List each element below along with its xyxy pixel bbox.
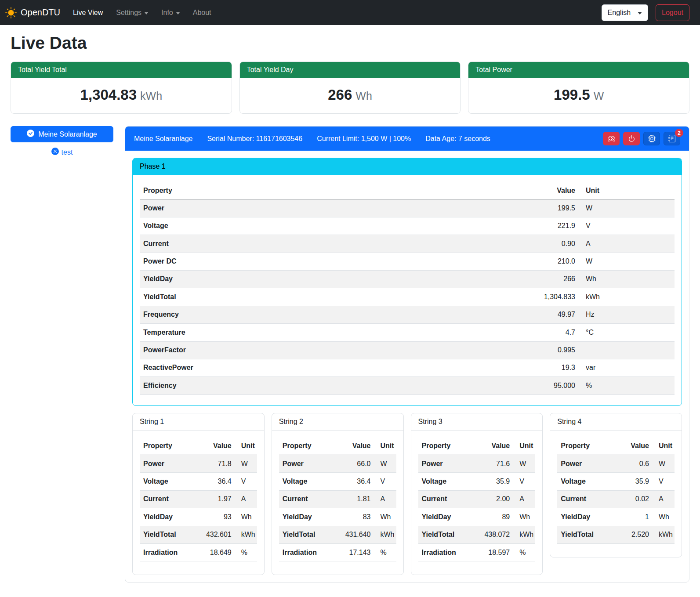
column-header-unit: Unit (579, 182, 675, 199)
limit-settings-button[interactable] (603, 132, 620, 145)
total-yield-day-unit: Wh (355, 90, 372, 102)
row-value: 0.995 (517, 342, 579, 359)
nav-item-live-view[interactable]: Live View (66, 5, 109, 20)
row-property: Current (279, 491, 341, 508)
row-value: 35.9 (480, 473, 513, 490)
x-circle-icon (51, 148, 59, 157)
row-unit: V (579, 217, 675, 235)
table-row: Power 0.6 W (557, 455, 675, 473)
table-row: ReactivePower 19.3 var (140, 359, 675, 377)
journal-icon (668, 135, 676, 142)
row-value: 1,304.833 (517, 288, 579, 305)
row-property: Power DC (140, 253, 517, 270)
table-header-row: Property Value Unit (557, 438, 675, 455)
table-row: YieldTotal 431.640 kWh (279, 526, 396, 544)
table-row: Voltage 36.4 V (279, 473, 396, 490)
card-title: Total Power (468, 62, 689, 78)
string-3-card: String 3 Property Value Unit (411, 413, 543, 575)
row-property: YieldDay (557, 508, 619, 525)
page-title: Live Data (11, 33, 689, 53)
sidebar-item-meine-solaranlage[interactable]: Meine Solaranlage (11, 126, 113, 142)
row-value: 266 (517, 271, 579, 288)
row-value: 438.072 (480, 526, 513, 543)
event-log-button[interactable]: 2 (664, 132, 680, 145)
inverter-name: Meine Solaranlage (134, 135, 192, 143)
row-property: Temperature (140, 324, 517, 341)
row-value: 36.4 (202, 473, 235, 490)
row-property: Irradiation (279, 544, 341, 561)
table-row: Current 1.81 A (279, 491, 396, 508)
total-yield-day-value: 266 (328, 87, 352, 103)
nav-item-settings[interactable]: Settings (109, 5, 155, 20)
nav-label: Live View (73, 9, 103, 17)
row-unit: W (653, 455, 675, 472)
table-row: Current 0.90 A (140, 235, 675, 253)
string-1-title: String 1 (133, 413, 264, 431)
column-header-value: Value (480, 438, 513, 455)
row-property: Power (557, 455, 619, 472)
logout-button[interactable]: Logout (656, 4, 689, 21)
row-value: 71.8 (202, 455, 235, 472)
row-unit: Wh (374, 508, 396, 525)
inverter-card: Meine Solaranlage Serial Number: 1161716… (125, 126, 689, 583)
brand-name: OpenDTU (21, 7, 60, 18)
row-value: 2.00 (480, 491, 513, 508)
row-unit: A (579, 235, 675, 252)
row-unit: Hz (579, 306, 675, 323)
table-row: YieldDay 89 Wh (418, 508, 536, 526)
chevron-down-icon (638, 12, 642, 14)
table-row: Current 0.02 A (557, 491, 675, 508)
row-unit: V (653, 473, 675, 490)
row-unit: kWh (653, 526, 675, 543)
row-property: YieldTotal (557, 526, 619, 543)
table-row: YieldDay 93 Wh (140, 508, 257, 526)
table-row: Temperature 4.7 °C (140, 324, 675, 341)
table-row: Irradiation 18.649 % (140, 544, 257, 561)
sidebar-item-label: test (62, 148, 73, 156)
row-unit: Wh (235, 508, 257, 525)
table-row: YieldTotal 2.520 kWh (557, 526, 675, 544)
row-value: 199.5 (517, 199, 579, 217)
row-property: YieldTotal (279, 526, 341, 543)
row-value: 0.90 (517, 235, 579, 252)
string-2-body: Property Value Unit Power 66. (272, 431, 403, 575)
row-value: 19.3 (517, 359, 579, 376)
top-navbar: OpenDTU Live View Settings Info About En… (0, 0, 700, 25)
column-header-property: Property (418, 438, 480, 455)
nav-item-about[interactable]: About (186, 5, 218, 20)
brand-link[interactable]: OpenDTU (5, 7, 60, 18)
device-info-button[interactable] (643, 132, 660, 145)
language-select[interactable]: English (602, 4, 648, 21)
nav-menu: Live View Settings Info About (66, 5, 602, 20)
row-property: PowerFactor (140, 342, 517, 359)
table-row: Frequency 49.97 Hz (140, 306, 675, 324)
string-4-card: String 4 Property Value Unit (550, 413, 682, 557)
row-property: Power (418, 455, 480, 472)
table-row: Irradiation 17.143 % (279, 544, 396, 561)
table-row: Voltage 36.4 V (140, 473, 257, 490)
row-property: ReactivePower (140, 359, 517, 376)
row-unit: V (513, 473, 535, 490)
row-value: 83 (341, 508, 374, 525)
table-row: YieldDay 83 Wh (279, 508, 396, 526)
column-header-value: Value (202, 438, 235, 455)
row-unit: A (513, 491, 535, 508)
sidebar-item-test[interactable]: test (51, 148, 73, 157)
row-property: Current (140, 491, 202, 508)
row-property: Current (418, 491, 480, 508)
string-1-table-body: Power 71.8 W Voltage 36.4 V (140, 455, 257, 561)
table-header-row: Property Value Unit (140, 182, 675, 199)
row-property: Current (140, 235, 517, 252)
nav-item-info[interactable]: Info (155, 5, 186, 20)
card-title: Total Yield Total (11, 62, 232, 78)
row-property: Voltage (140, 217, 517, 235)
row-property: Efficiency (140, 377, 517, 394)
row-value: 0.6 (619, 455, 653, 472)
row-unit: V (374, 473, 396, 490)
table-row: Voltage 35.9 V (418, 473, 536, 490)
row-property: Voltage (279, 473, 341, 490)
row-unit: % (235, 544, 257, 561)
card-body: 1,304.83kWh (11, 78, 232, 113)
total-yield-day-card: Total Yield Day 266Wh (239, 62, 461, 114)
power-button[interactable] (623, 132, 640, 145)
